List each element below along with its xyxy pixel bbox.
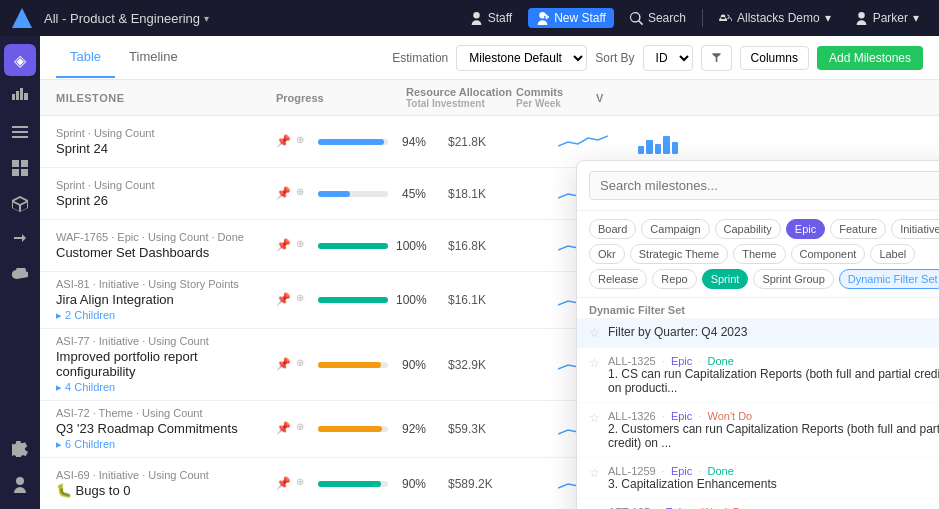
settings-small-icon[interactable]: ⊕ [296,292,312,308]
row-title[interactable]: Customer Set Dashboards [56,245,276,260]
app-logo[interactable] [12,8,32,28]
pin-icon[interactable]: 📌 [276,186,292,202]
tab-table[interactable]: Table [56,37,115,78]
search-box [577,161,939,211]
tab-timeline[interactable]: Timeline [115,37,192,78]
filter-tag-repo[interactable]: Repo [652,269,696,289]
progress-percent: 100% [396,293,426,307]
row-children[interactable]: ▸ 4 Children [56,381,276,394]
pin-icon[interactable]: 📌 [276,238,292,254]
new-staff-button[interactable]: New Staff [528,8,614,28]
row-title[interactable]: Sprint 26 [56,193,276,208]
search-input[interactable] [589,171,939,200]
filter-tag-strategic-theme[interactable]: Strategic Theme [630,244,729,264]
estimation-select[interactable]: Milestone Default [456,45,587,71]
filter-tag-capability[interactable]: Capability [715,219,781,239]
row-progress: 94% [318,135,448,149]
row-meta: ASI-69 · Initiative · Using Count [56,469,276,481]
bar-segment [672,142,678,154]
row-title[interactable]: 🐛 Bugs to 0 [56,483,276,498]
filter-tag-sprint[interactable]: Sprint [702,269,749,289]
settings-small-icon[interactable]: ⊕ [296,134,312,150]
users-icon [719,12,732,25]
row-title[interactable]: Improved portfolio report configurabilit… [56,349,276,379]
row-title[interactable]: Sprint 24 [56,141,276,156]
filter-item[interactable]: ☆ ALL-1326 · Epic · Won't Do 2. Customer… [577,403,939,458]
col-header-resource: Resource Allocation Total Investment [406,86,516,109]
settings-small-icon[interactable]: ⊕ [296,476,312,492]
estimation-label: Estimation [392,51,448,65]
sort-select[interactable]: ID [643,45,693,71]
milestone-search-dropdown: BoardCampaignCapabilityEpicFeatureInitia… [576,160,939,509]
sidebar-item-cloud[interactable] [4,260,36,292]
sidebar-item-home[interactable]: ◈ [4,44,36,76]
settings-small-icon[interactable]: ⊕ [296,357,312,373]
item-id: ALL-1325 [608,355,656,367]
filter-tag-label[interactable]: Label [870,244,915,264]
item-text: 3. Capitalization Enhancements [608,477,939,491]
filter-tag-feature[interactable]: Feature [830,219,886,239]
row-meta: ASI-81 · Initiative · Using Story Points [56,278,276,290]
filter-tag-component[interactable]: Component [791,244,866,264]
filter-tags: BoardCampaignCapabilityEpicFeatureInitia… [577,211,939,298]
allstacks-menu[interactable]: Allstacks Demo ▾ [711,8,839,28]
filter-item[interactable]: ☆ ALL-1325 · Epic · Done 1. CS can run C… [577,348,939,403]
filter-item-meta: ALL-1325 · Epic · Done [608,355,939,367]
columns-button[interactable]: Columns [740,46,809,70]
filter-tag-sprint-group[interactable]: Sprint Group [753,269,833,289]
row-sparkline [558,128,638,155]
filter-tag-okr[interactable]: Okr [589,244,625,264]
parker-menu[interactable]: Parker ▾ [847,8,927,28]
sub-nav: Table Timeline Estimation Milestone Defa… [40,36,939,80]
search-button[interactable]: Search [622,8,694,28]
sidebar-item-grid[interactable] [4,152,36,184]
settings-small-icon[interactable]: ⊕ [296,238,312,254]
filter-tag-board[interactable]: Board [589,219,636,239]
filter-tag-dynamic-filter-set[interactable]: Dynamic Filter Set [839,269,939,289]
add-milestones-button[interactable]: Add Milestones [817,46,923,70]
pin-icon[interactable]: 📌 [276,476,292,492]
settings-small-icon[interactable]: ⊕ [296,421,312,437]
sidebar-item-arrow[interactable] [4,224,36,256]
sidebar-item-box[interactable] [4,188,36,220]
filter-tag-release[interactable]: Release [589,269,647,289]
pin-icon[interactable]: 📌 [276,292,292,308]
filter-tag-initiative[interactable]: Initiative [891,219,939,239]
filter-item-meta: ALL-1259 · Epic · Done [608,465,939,477]
filter-tag-theme[interactable]: Theme [733,244,785,264]
row-title[interactable]: Q3 '23 Roadmap Commitments [56,421,276,436]
filter-item[interactable]: ☆ AFT-105 · Epic · Won't Do 4. Ability t… [577,499,939,509]
bar-segment [663,136,669,154]
row-children[interactable]: ▸ 6 Children [56,438,276,451]
staff-icon [470,12,483,25]
filter-item-text: ALL-1259 · Epic · Done 3. Capitalization… [608,465,939,491]
pin-icon[interactable]: 📌 [276,134,292,150]
progress-bar [318,139,384,145]
progress-percent: 92% [396,422,426,436]
row-action-icons: 📌 ⊕ [276,292,312,308]
row-title[interactable]: Jira Align Integration [56,292,276,307]
section-selector[interactable]: All - Product & Engineering ▾ [44,11,209,26]
staff-button[interactable]: Staff [462,8,520,28]
progress-bar-wrap [318,297,388,303]
filter-options-button[interactable] [701,45,732,71]
sidebar-item-list[interactable] [4,116,36,148]
nav-divider [702,9,703,27]
sidebar-item-user[interactable] [4,469,36,501]
filter-tag-epic[interactable]: Epic [786,219,825,239]
progress-bar-wrap [318,426,388,432]
star-icon: ☆ [589,356,600,370]
row-children[interactable]: ▸ 2 Children [56,309,276,322]
sidebar-item-chart[interactable] [4,80,36,112]
filter-item[interactable]: ☆ ALL-1259 · Epic · Done 3. Capitalizati… [577,458,939,499]
sidebar-item-settings[interactable] [4,433,36,465]
progress-bar [318,297,388,303]
progress-bar [318,426,382,432]
filter-selected-item[interactable]: ☆ Filter by Quarter: Q4 2023 [577,318,939,348]
filter-tag-campaign[interactable]: Campaign [641,219,709,239]
progress-percent: 100% [396,239,426,253]
chevron-down-icon: ▾ [204,13,209,24]
pin-icon[interactable]: 📌 [276,421,292,437]
pin-icon[interactable]: 📌 [276,357,292,373]
settings-small-icon[interactable]: ⊕ [296,186,312,202]
